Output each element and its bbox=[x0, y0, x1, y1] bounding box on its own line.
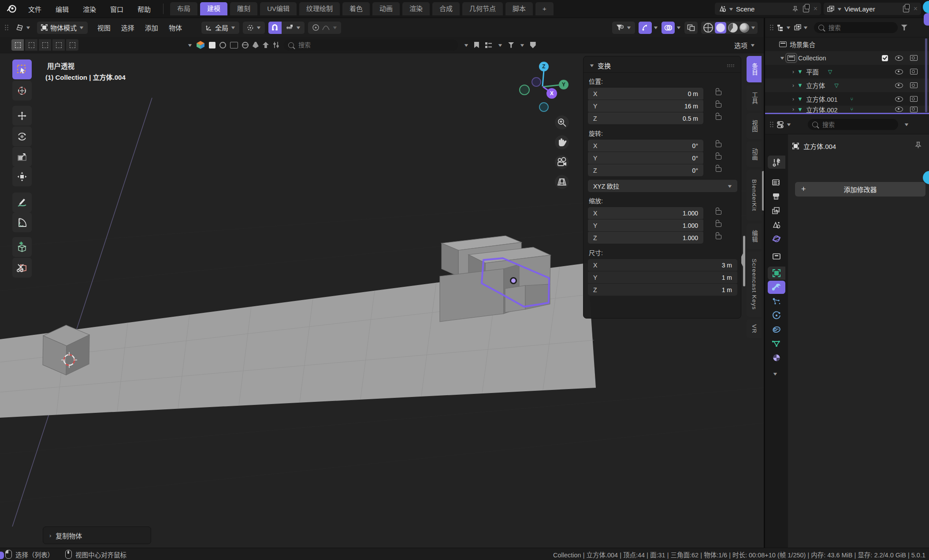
expand-chevron-icon[interactable]: › bbox=[792, 96, 794, 102]
zoom-view-button[interactable] bbox=[555, 115, 569, 130]
tool-annotate[interactable] bbox=[12, 193, 32, 212]
chevron-down-icon[interactable]: ▼ bbox=[803, 25, 809, 30]
tool-select-box[interactable] bbox=[12, 59, 32, 79]
panel-grip-icon[interactable] bbox=[727, 64, 735, 67]
collection-checkbox[interactable] bbox=[882, 55, 888, 61]
outliner-row-collection[interactable]: ▼ Collection bbox=[765, 51, 929, 65]
tab-material[interactable] bbox=[768, 351, 785, 364]
pin-icon[interactable] bbox=[914, 141, 922, 149]
header-grip[interactable] bbox=[769, 24, 773, 31]
tab-collection[interactable] bbox=[768, 250, 785, 263]
tab-object-data[interactable] bbox=[768, 337, 785, 350]
npanel-tab-item[interactable]: 条目 bbox=[747, 56, 762, 82]
camera-view-button[interactable] bbox=[555, 155, 569, 169]
npanel-tab-screencast-keys[interactable]: Screencast Keys bbox=[747, 252, 762, 317]
shading-rendered-button[interactable] bbox=[739, 23, 749, 33]
npanel-tab-vr[interactable]: VR bbox=[747, 319, 762, 338]
rotation-mode-dropdown[interactable]: XYZ 欧拉 ▼ bbox=[588, 180, 737, 192]
editor-divider[interactable] bbox=[764, 18, 765, 548]
workspace-tab-rendering[interactable]: 渲染 bbox=[402, 2, 430, 15]
show-gizmo-toggle[interactable] bbox=[639, 22, 652, 34]
outliner-editor-icon[interactable] bbox=[777, 24, 784, 31]
expand-chevron-icon[interactable]: › bbox=[792, 82, 794, 89]
tab-world[interactable] bbox=[768, 232, 785, 245]
tab-render[interactable] bbox=[768, 176, 785, 189]
location-x-field[interactable]: X0 m bbox=[588, 88, 703, 100]
lock-icon[interactable] bbox=[716, 210, 721, 215]
pan-view-button[interactable] bbox=[555, 135, 569, 149]
tab-tool[interactable] bbox=[768, 156, 785, 169]
camera-visibility-icon[interactable] bbox=[910, 82, 918, 88]
chevron-down-icon[interactable]: ▼ bbox=[463, 43, 469, 48]
select-mode-set-button[interactable] bbox=[11, 39, 24, 51]
gizmo-axis-neg-x[interactable] bbox=[520, 85, 529, 95]
menu-object[interactable]: 物体 bbox=[164, 23, 187, 32]
workspace-tab-geometry-nodes[interactable]: 几何节点 bbox=[462, 2, 503, 15]
lock-icon[interactable] bbox=[716, 91, 721, 95]
tool-scale[interactable] bbox=[12, 147, 32, 167]
rotation-z-field[interactable]: Z0° bbox=[588, 164, 703, 176]
blenderkit-brushes-button[interactable] bbox=[253, 42, 259, 48]
workspace-tab-texture-paint[interactable]: 纹理绘制 bbox=[299, 2, 340, 15]
eye-icon[interactable] bbox=[895, 56, 903, 61]
blenderkit-scenes-button[interactable] bbox=[230, 42, 238, 48]
scale-y-field[interactable]: Y1.000 bbox=[588, 219, 703, 231]
dimension-x-field[interactable]: X3 m bbox=[588, 259, 737, 271]
unlink-scene-icon[interactable]: × bbox=[814, 5, 818, 12]
new-scene-icon[interactable] bbox=[803, 6, 809, 12]
camera-visibility-icon[interactable] bbox=[910, 55, 918, 61]
tool-options-label[interactable]: 选项 bbox=[734, 41, 747, 50]
blenderkit-hdr-button[interactable] bbox=[242, 42, 249, 48]
show-overlays-toggle[interactable] bbox=[661, 22, 675, 34]
expand-chevron-icon[interactable]: › bbox=[792, 69, 794, 75]
grid-ortho-button[interactable] bbox=[555, 175, 569, 189]
tool-transform[interactable] bbox=[12, 167, 32, 186]
blenderkit-collapse-chevron[interactable]: ▼ bbox=[187, 43, 193, 48]
workspace-tab-animation[interactable]: 动画 bbox=[372, 2, 400, 15]
tool-move[interactable] bbox=[12, 106, 32, 126]
lock-icon[interactable] bbox=[716, 167, 721, 172]
chevron-down-icon[interactable]: ▼ bbox=[497, 43, 503, 48]
blenderkit-models-button[interactable] bbox=[209, 42, 216, 48]
scale-z-field[interactable]: Z1.000 bbox=[588, 232, 703, 244]
object-type-visibility-dropdown[interactable]: ▼ bbox=[612, 22, 635, 34]
eye-icon[interactable] bbox=[895, 107, 903, 112]
add-workspace-button[interactable]: + bbox=[535, 2, 554, 15]
tool-cursor[interactable] bbox=[12, 81, 32, 100]
select-mode-subtract-button[interactable] bbox=[39, 39, 51, 51]
outliner-row-cube-001[interactable]: › ▼ 立方体.001 ⑂ bbox=[765, 92, 929, 106]
chevron-down-icon[interactable]: ▼ bbox=[750, 25, 756, 30]
outliner-row-cube-002[interactable]: › ▼ 立方体.002 ⑂ bbox=[765, 106, 929, 113]
shield-icon[interactable] bbox=[530, 42, 536, 48]
lock-icon[interactable] bbox=[716, 143, 721, 147]
display-mode-icon[interactable] bbox=[794, 24, 802, 31]
scale-x-field[interactable]: X1.000 bbox=[588, 207, 703, 219]
properties-editor-icon[interactable] bbox=[777, 121, 785, 128]
viewlayer-selector[interactable]: ▼ ViewLayer × bbox=[824, 3, 921, 15]
workspace-tab-layout[interactable]: 布局 bbox=[170, 2, 197, 15]
tool-cut-object[interactable] bbox=[12, 258, 32, 278]
lock-icon[interactable] bbox=[716, 155, 721, 159]
transform-panel-header[interactable]: ▼ 变换 bbox=[588, 59, 737, 71]
blender-logo[interactable] bbox=[6, 3, 18, 15]
camera-visibility-icon[interactable] bbox=[910, 96, 918, 102]
expand-chevron-icon[interactable]: › bbox=[792, 106, 794, 112]
add-modifier-button[interactable]: + 添加修改器 bbox=[795, 182, 925, 197]
filter-funnel-icon[interactable] bbox=[508, 42, 514, 48]
shading-solid-button[interactable] bbox=[715, 22, 726, 33]
lock-icon[interactable] bbox=[716, 115, 721, 120]
editor-type-button[interactable]: ▼ bbox=[12, 22, 34, 34]
tab-view-layer[interactable] bbox=[768, 204, 785, 217]
tool-add-cube[interactable] bbox=[12, 237, 32, 257]
blenderkit-search[interactable] bbox=[284, 40, 458, 51]
menu-render[interactable]: 渲染 bbox=[76, 4, 103, 14]
area-divider-highlight[interactable] bbox=[765, 113, 929, 114]
location-z-field[interactable]: Z0.5 m bbox=[588, 112, 703, 124]
workspace-tab-shading[interactable]: 着色 bbox=[342, 2, 370, 15]
select-mode-invert-button[interactable] bbox=[52, 39, 65, 51]
tool-measure[interactable] bbox=[12, 212, 32, 232]
gizmo-axis-neg-y[interactable] bbox=[532, 78, 541, 86]
menu-add[interactable]: 添加 bbox=[140, 23, 164, 32]
blenderkit-upload-button[interactable] bbox=[263, 42, 269, 48]
blenderkit-logo[interactable] bbox=[196, 41, 205, 49]
